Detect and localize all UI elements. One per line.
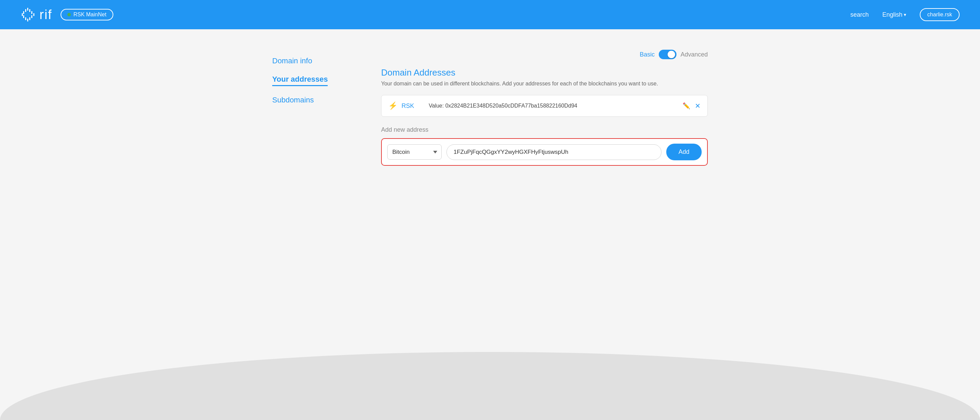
svg-rect-5 — [22, 13, 23, 16]
language-selector[interactable]: English — [882, 11, 906, 18]
sidebar: Domain info Your addresses Subdomains — [272, 50, 354, 166]
add-address-label: Add new address — [381, 126, 708, 134]
svg-rect-1 — [25, 9, 26, 12]
svg-rect-11 — [27, 19, 28, 21]
header-right: search English charlie.rsk — [850, 8, 959, 21]
address-input[interactable] — [447, 144, 662, 160]
sidebar-item-subdomains[interactable]: Subdomains — [272, 95, 354, 105]
section-description: Your domain can be used in different blo… — [381, 81, 708, 87]
basic-advanced-toggle[interactable] — [659, 50, 676, 59]
toggle-thumb — [668, 51, 675, 58]
edit-address-icon[interactable]: ✏️ — [682, 102, 690, 110]
section-title: Domain Addresses — [381, 67, 708, 78]
header-left: rif RSK MainNet — [21, 6, 113, 23]
logo-text: rif — [40, 8, 52, 22]
logo: rif — [21, 6, 52, 23]
sidebar-item-your-addresses[interactable]: Your addresses — [272, 75, 328, 86]
svg-rect-3 — [23, 11, 24, 14]
svg-rect-6 — [33, 13, 34, 16]
network-badge[interactable]: RSK MainNet — [60, 9, 113, 21]
view-toggle-row: Basic Advanced — [381, 50, 708, 59]
rsk-chain-icon: ⚡ — [388, 102, 398, 110]
svg-rect-10 — [29, 18, 30, 20]
svg-rect-0 — [27, 8, 28, 11]
content-area: Basic Advanced Domain Addresses Your dom… — [381, 50, 708, 166]
svg-rect-7 — [23, 15, 24, 18]
svg-rect-9 — [25, 18, 26, 20]
sidebar-item-domain-info[interactable]: Domain info — [272, 57, 354, 65]
logo-icon — [21, 6, 37, 23]
network-status-dot — [67, 13, 71, 16]
search-link[interactable]: search — [850, 11, 869, 18]
network-label: RSK MainNet — [73, 11, 107, 18]
rsk-chain-name: RSK — [401, 102, 422, 110]
svg-rect-8 — [31, 15, 32, 18]
rsk-address-row: ⚡ RSK Value: 0x2824B21E348D520a50cDDFA77… — [381, 95, 708, 117]
background-curve — [0, 352, 980, 420]
basic-label: Basic — [640, 51, 655, 58]
user-account-button[interactable]: charlie.rsk — [920, 8, 959, 21]
header: rif RSK MainNet search English charlie.r… — [0, 0, 980, 29]
advanced-label: Advanced — [681, 51, 708, 58]
address-actions: ✏️ ✕ — [682, 102, 701, 110]
chain-select[interactable]: Bitcoin Ethereum RSK Litecoin — [387, 144, 442, 160]
add-address-button[interactable]: Add — [666, 144, 702, 160]
rsk-address-value: Value: 0x2824B21E348D520a50cDDFA77ba1588… — [429, 103, 677, 109]
svg-rect-4 — [31, 11, 32, 14]
remove-address-icon[interactable]: ✕ — [695, 102, 701, 110]
main-content: Domain info Your addresses Subdomains Ba… — [252, 50, 728, 166]
svg-rect-2 — [29, 9, 30, 12]
add-address-form: Bitcoin Ethereum RSK Litecoin Add — [381, 138, 708, 166]
